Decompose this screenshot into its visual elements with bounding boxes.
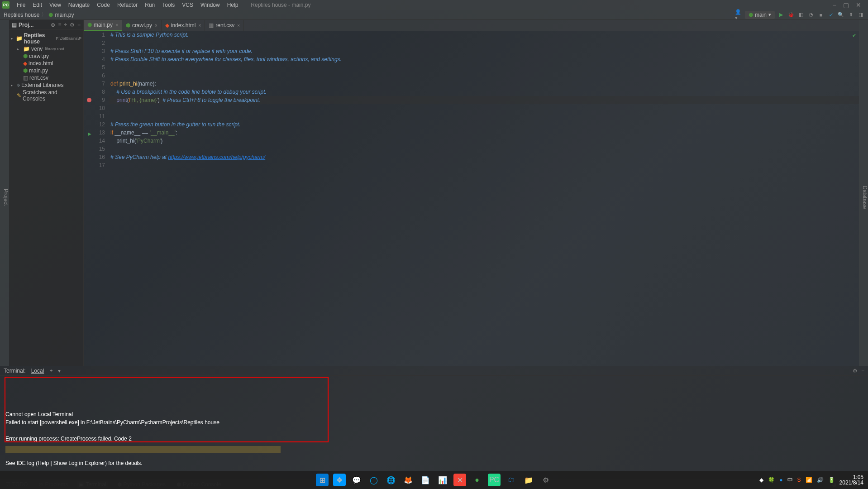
taskbar-explorer[interactable]: 📁	[522, 474, 535, 486]
editor-tab-rent[interactable]: ▥rent.csv×	[205, 20, 244, 31]
debug-button[interactable]: 🐞	[787, 11, 795, 19]
project-tool-button[interactable]: Project	[3, 189, 9, 206]
select-opened-file-icon[interactable]: ⊕	[51, 22, 55, 28]
menu-run[interactable]: Run	[141, 2, 158, 8]
tray-icon[interactable]: 中	[787, 476, 793, 484]
right-tool-stripe: Database	[859, 20, 868, 366]
tray-volume-icon[interactable]: 🔊	[817, 477, 824, 483]
breadcrumb-separator: 〉	[41, 11, 47, 19]
taskbar-firefox[interactable]: 🦊	[402, 474, 415, 486]
terminal-tab-local[interactable]: Local	[31, 368, 44, 374]
terminal-settings-icon[interactable]: ⚙	[853, 368, 858, 374]
hide-terminal-icon[interactable]: −	[861, 368, 864, 374]
tree-venv[interactable]: ▸📁 venv library root	[9, 45, 83, 53]
tree-file-rent[interactable]: ▥rent.csv	[9, 74, 83, 82]
tree-external-libraries[interactable]: ▸⎆External Libraries	[9, 82, 83, 89]
menu-help[interactable]: Help	[224, 2, 242, 8]
run-button[interactable]: ▶	[777, 11, 785, 19]
new-terminal-button[interactable]: +	[49, 368, 52, 374]
window-controls: − ▢ ✕	[833, 1, 866, 9]
collapse-all-icon[interactable]: ÷	[64, 22, 67, 28]
inspection-ok-icon[interactable]: ✔	[852, 33, 856, 38]
ide-settings-icon[interactable]: ◨	[857, 11, 864, 19]
close-tab-icon[interactable]: ×	[237, 23, 240, 28]
close-button[interactable]: ✕	[856, 1, 861, 9]
expand-all-icon[interactable]: ≡	[58, 22, 61, 28]
database-tool-button[interactable]: Database	[862, 186, 868, 209]
start-button[interactable]: ⊞	[316, 474, 329, 486]
tree-scratches[interactable]: ✎Scratches and Consoles	[9, 89, 83, 102]
code-content[interactable]: # This is a sample Python script.# Press…	[109, 31, 859, 366]
windows-taskbar: ⊞ ❖ 💬 ◯ 🌐 🦊 📄 📊 ✕ ● PC 🗂 📁 ⚙ ◆ 🍀 ● 中 S 📶…	[0, 471, 868, 489]
panel-title-icon: ▤	[12, 22, 17, 28]
left-tool-stripe: Project Favorites	[0, 20, 9, 366]
tray-wifi-icon[interactable]: 📶	[806, 477, 812, 483]
terminal-cursor-line	[5, 446, 281, 453]
breadcrumb-project[interactable]: Reptiles house	[4, 12, 39, 18]
maximize-button[interactable]: ▢	[843, 1, 849, 9]
project-panel-title: Proj...	[19, 22, 49, 28]
tray-icon[interactable]: ◆	[759, 477, 763, 483]
menu-file[interactable]: File	[13, 2, 29, 8]
tray-icon[interactable]: 🍀	[768, 477, 775, 483]
editor-tabs: ⬢main.py× ⬢crawl.py× ◆index.html× ▥rent.…	[84, 20, 859, 31]
user-icon[interactable]: 👤▾	[735, 11, 742, 19]
terminal-dropdown-icon[interactable]: ▾	[58, 368, 61, 374]
taskbar-app-3[interactable]: ◯	[367, 474, 380, 486]
profile-button[interactable]: ◔	[807, 11, 815, 19]
taskbar-chrome[interactable]: 🌐	[385, 474, 397, 486]
run-configuration-selector[interactable]: ⬢main ▾	[745, 11, 775, 19]
editor-tab-index[interactable]: ◆index.html×	[162, 20, 205, 31]
stop-button[interactable]: ■	[817, 11, 825, 19]
menu-view[interactable]: View	[46, 2, 65, 8]
navbar: Reptiles house 〉 ⬢ main.py 👤▾ ⬢main ▾ ▶ …	[0, 10, 868, 20]
menu-window[interactable]: Window	[197, 2, 224, 8]
menu-vcs[interactable]: VCS	[178, 2, 197, 8]
menu-tools[interactable]: Tools	[158, 2, 178, 8]
code-editor[interactable]: ✔ 12345678910111213▶14151617 # This is a…	[84, 31, 859, 366]
menu-navigate[interactable]: Navigate	[65, 2, 93, 8]
taskbar-app-2[interactable]: 💬	[350, 474, 363, 486]
window-title: Reptiles house - main.py	[251, 2, 832, 8]
settings-icon[interactable]: ⬆	[847, 11, 854, 19]
tray-battery-icon[interactable]: 🔋	[828, 477, 835, 483]
panel-settings-icon[interactable]: ⚙	[70, 22, 75, 28]
project-panel: ▤ Proj... ⊕ ≡ ÷ ⚙ − ▾📁 Reptiles house F:…	[9, 20, 84, 366]
tray-icon[interactable]: ●	[779, 477, 782, 483]
vcs-update-icon[interactable]: ↙	[827, 11, 835, 19]
tree-file-index[interactable]: ◆index.html	[9, 60, 83, 67]
tree-file-main[interactable]: ⬢main.py	[9, 67, 83, 74]
editor-tab-crawl[interactable]: ⬢crawl.py×	[122, 20, 162, 31]
taskbar-pycharm[interactable]: PC	[488, 474, 501, 486]
close-tab-icon[interactable]: ×	[115, 23, 118, 28]
breadcrumb-file[interactable]: main.py	[55, 12, 74, 18]
hide-panel-icon[interactable]: −	[77, 22, 81, 28]
minimize-button[interactable]: −	[833, 1, 836, 9]
close-tab-icon[interactable]: ×	[198, 23, 201, 28]
menu-code[interactable]: Code	[93, 2, 114, 8]
editor-gutter: 12345678910111213▶14151617	[84, 31, 109, 366]
tree-root[interactable]: ▾📁 Reptiles house F:\JetBrains\P	[9, 32, 83, 45]
tree-file-crawl[interactable]: ⬢crawl.py	[9, 53, 83, 60]
menu-edit[interactable]: Edit	[29, 2, 46, 8]
search-everywhere-icon[interactable]: 🔍	[837, 11, 844, 19]
taskbar-app-5[interactable]: ✕	[453, 474, 466, 486]
tray-icon[interactable]: S	[797, 477, 801, 483]
taskbar-app-7[interactable]: 🗂	[505, 474, 518, 486]
taskbar-notepad[interactable]: 📄	[419, 474, 432, 486]
terminal-label: Terminal:	[4, 368, 26, 374]
taskbar-app-4[interactable]: 📊	[436, 474, 449, 486]
editor-tab-main[interactable]: ⬢main.py×	[84, 20, 122, 31]
taskbar-app-1[interactable]: ❖	[333, 474, 346, 486]
terminal-panel: Terminal: Local + ▾ ⚙ − Cannot open Loca…	[0, 366, 868, 479]
taskbar-clock[interactable]: 1:05 2021/8/14	[839, 475, 863, 485]
coverage-button[interactable]: ◧	[797, 11, 805, 19]
editor-area: ⬢main.py× ⬢crawl.py× ◆index.html× ▥rent.…	[84, 20, 859, 366]
close-tab-icon[interactable]: ×	[155, 23, 157, 28]
breadcrumb: Reptiles house 〉 ⬢ main.py	[4, 11, 735, 19]
taskbar-settings[interactable]: ⚙	[539, 474, 552, 486]
menu-refactor[interactable]: Refactor	[114, 2, 141, 8]
taskbar-app-6[interactable]: ●	[471, 474, 483, 486]
python-file-icon: ⬢	[48, 12, 53, 18]
terminal-output[interactable]: Cannot open Local TerminalFailed to star…	[0, 376, 868, 479]
